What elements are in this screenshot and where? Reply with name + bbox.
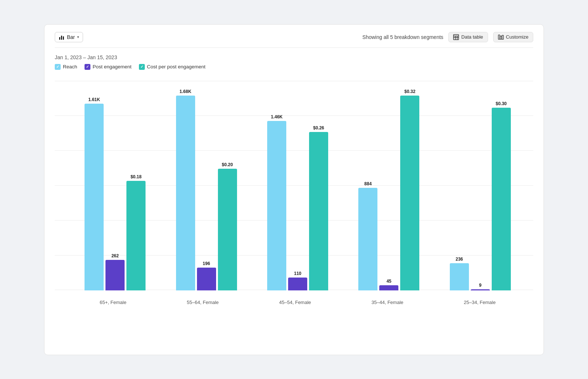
engagement-bar-wrap: 45 [379, 279, 398, 290]
bar-group: 1.61K262$0.18 [85, 97, 146, 290]
chart-card: Bar ▾ Showing all 5 breakdown segments D… [44, 24, 544, 355]
reach-value-label: 1.68K [180, 89, 191, 94]
legend-item-cost: Cost per post engagement [139, 64, 205, 70]
customize-button[interactable]: Customize [493, 32, 533, 42]
engagement-bar-wrap: 110 [288, 271, 307, 290]
reach-checkbox [55, 64, 61, 70]
engagement-bar-wrap: 262 [105, 253, 125, 290]
reach-value-label: 1.46K [271, 114, 283, 119]
engagement-value-label: 110 [294, 271, 301, 276]
date-range: Jan 1, 2023 – Jan 15, 2023 [55, 54, 533, 60]
chart-type-button[interactable]: Bar ▾ [55, 32, 83, 42]
svg-rect-8 [498, 35, 500, 39]
cost-bar-wrap: $0.20 [218, 162, 237, 290]
cost-bar-wrap: $0.26 [309, 125, 328, 290]
cost-value-label: $0.18 [130, 174, 141, 179]
svg-rect-1 [61, 36, 62, 40]
engagement-value-label: 262 [111, 253, 119, 258]
bar-group: 2369$0.30 [450, 101, 511, 290]
engagement-value-label: 196 [203, 261, 210, 266]
chart-area: 1.61K262$0.181.68K196$0.201.46K110$0.268… [55, 81, 533, 309]
cost-bar [400, 96, 419, 290]
x-axis-label: 45–54, Female [279, 300, 311, 305]
x-axis-labels: 65+, Female55–64, Female45–54, Female35–… [69, 300, 526, 305]
legend: Reach Post engagement Cost per post enga… [55, 64, 533, 70]
cost-bar [492, 108, 511, 290]
svg-rect-0 [59, 37, 60, 40]
engagement-bar [197, 268, 216, 290]
cost-bar-wrap: $0.32 [400, 89, 419, 290]
reach-bar [176, 96, 195, 290]
toolbar: Bar ▾ Showing all 5 breakdown segments D… [55, 32, 533, 48]
engagement-bar-wrap: 9 [471, 283, 490, 290]
cost-checkbox [139, 64, 145, 70]
bar-group: 88445$0.32 [358, 89, 419, 290]
cost-bar [309, 132, 328, 290]
engagement-checkbox [85, 64, 90, 70]
cost-bar [218, 169, 237, 290]
legend-item-engagement: Post engagement [85, 64, 132, 70]
data-table-button[interactable]: Data table [448, 32, 488, 42]
reach-value-label: 884 [364, 181, 372, 186]
bar-chart-icon [59, 34, 65, 40]
engagement-bar [471, 289, 490, 290]
reach-bar [85, 104, 104, 290]
cost-value-label: $0.20 [222, 162, 233, 167]
engagement-value-label: 45 [387, 279, 391, 284]
table-icon [453, 34, 459, 40]
reach-bar [358, 188, 377, 290]
cost-bar-wrap: $0.18 [126, 174, 146, 290]
customize-icon [498, 34, 504, 40]
segments-label: Showing all 5 breakdown segments [362, 34, 443, 40]
chevron-down-icon: ▾ [77, 35, 79, 39]
svg-rect-9 [500, 36, 502, 39]
data-table-label: Data table [461, 34, 483, 40]
chart-type-label: Bar [67, 34, 75, 40]
reach-bar-wrap: 1.46K [267, 114, 286, 290]
cost-bar [126, 181, 146, 290]
svg-rect-10 [502, 35, 503, 39]
cost-bar-wrap: $0.30 [492, 101, 511, 290]
cost-label: Cost per post engagement [147, 64, 205, 69]
bars-container: 1.61K262$0.181.68K196$0.201.46K110$0.268… [69, 81, 526, 290]
engagement-value-label: 9 [479, 283, 481, 288]
engagement-bar-wrap: 196 [197, 261, 216, 290]
engagement-label: Post engagement [93, 64, 132, 69]
toolbar-right: Showing all 5 breakdown segments Data ta… [362, 32, 533, 42]
svg-rect-2 [63, 36, 64, 40]
x-axis-label: 65+, Female [100, 300, 126, 305]
x-axis-label: 25–34, Female [464, 300, 496, 305]
reach-label: Reach [63, 64, 77, 69]
cost-value-label: $0.26 [313, 125, 324, 130]
svg-rect-3 [453, 35, 459, 40]
engagement-bar [288, 278, 307, 290]
customize-label: Customize [506, 34, 528, 40]
bar-group: 1.68K196$0.20 [176, 89, 237, 290]
reach-bar [450, 263, 469, 290]
reach-bar-wrap: 236 [450, 257, 469, 290]
cost-value-label: $0.30 [496, 101, 507, 106]
x-axis-label: 55–64, Female [187, 300, 219, 305]
x-axis-label: 35–44, Female [372, 300, 404, 305]
cost-value-label: $0.32 [404, 89, 415, 94]
reach-bar-wrap: 1.61K [85, 97, 104, 290]
bar-group: 1.46K110$0.26 [267, 114, 328, 290]
reach-value-label: 236 [456, 257, 463, 262]
reach-bar-wrap: 1.68K [176, 89, 195, 290]
legend-item-reach: Reach [55, 64, 77, 70]
reach-bar-wrap: 884 [358, 181, 377, 290]
reach-bar [267, 121, 286, 290]
engagement-bar [379, 285, 398, 290]
engagement-bar [105, 260, 125, 290]
reach-value-label: 1.61K [88, 97, 100, 102]
